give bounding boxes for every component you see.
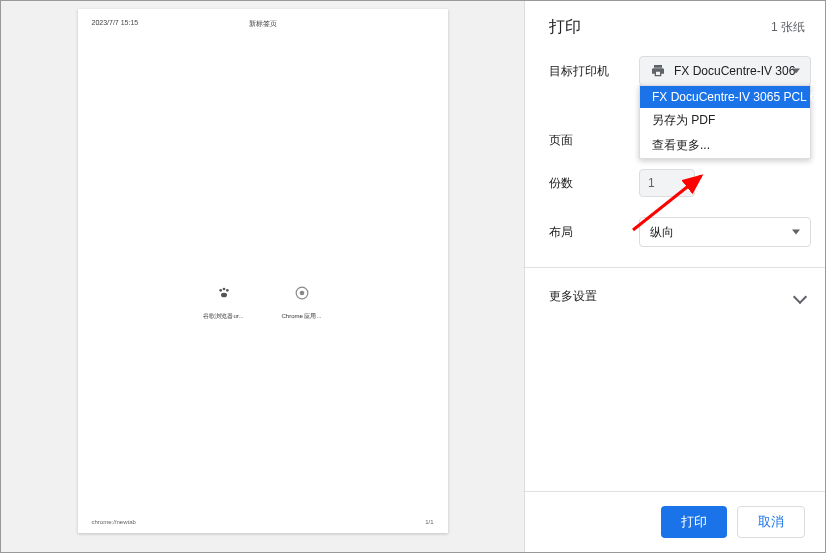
sheet-count: 1 张纸 — [771, 19, 805, 36]
copies-value: 1 — [648, 176, 655, 190]
caret-down-icon — [792, 230, 800, 235]
caret-down-icon — [792, 69, 800, 74]
copies-label: 份数 — [549, 175, 639, 192]
dropdown-option-fx[interactable]: FX DocuCentre-IV 3065 PCL 6 — [640, 86, 810, 108]
svg-point-3 — [221, 293, 227, 298]
layout-label: 布局 — [549, 224, 639, 241]
destination-dropdown: FX DocuCentre-IV 3065 PCL 6 另存为 PDF 查看更多… — [639, 85, 811, 159]
dropdown-option-more[interactable]: 查看更多... — [640, 133, 810, 158]
more-settings-label: 更多设置 — [549, 288, 597, 305]
preview-tab-title: 新标签页 — [249, 19, 277, 29]
print-preview-pane: 2023/7/7 15:15 新标签页 谷歌浏览器ur... Chrome 应用… — [1, 1, 525, 552]
more-settings-toggle[interactable]: 更多设置 — [549, 268, 811, 325]
preview-page: 2023/7/7 15:15 新标签页 谷歌浏览器ur... Chrome 应用… — [78, 9, 448, 533]
svg-point-1 — [222, 288, 225, 291]
printer-icon — [650, 63, 666, 79]
paw-icon — [215, 284, 233, 302]
preview-app-item: Chrome 应用... — [277, 284, 327, 321]
svg-point-5 — [299, 291, 304, 296]
destination-select[interactable]: FX DocuCentre-IV 306 — [639, 56, 811, 86]
copies-input[interactable]: 1 — [639, 169, 695, 197]
layout-value: 纵向 — [650, 224, 674, 241]
layout-select[interactable]: 纵向 — [639, 217, 811, 247]
print-settings-pane: 打印 1 张纸 目标打印机 FX DocuCentre-IV 306 FX Do… — [525, 1, 825, 552]
cancel-button[interactable]: 取消 — [737, 506, 805, 538]
print-button[interactable]: 打印 — [661, 506, 727, 538]
panel-title: 打印 — [549, 17, 581, 38]
pages-label: 页面 — [549, 132, 639, 149]
chrome-icon — [293, 284, 311, 302]
svg-point-0 — [219, 289, 222, 292]
preview-timestamp: 2023/7/7 15:15 — [92, 19, 139, 26]
preview-app-label: Chrome 应用... — [277, 312, 327, 321]
dropdown-option-pdf[interactable]: 另存为 PDF — [640, 108, 810, 133]
preview-footer-url: chrome://newtab — [92, 519, 136, 525]
svg-point-2 — [226, 289, 229, 292]
destination-label: 目标打印机 — [549, 63, 639, 80]
preview-app-item: 谷歌浏览器ur... — [199, 284, 249, 321]
preview-app-label: 谷歌浏览器ur... — [199, 312, 249, 321]
chevron-down-icon — [793, 289, 807, 303]
destination-selected-value: FX DocuCentre-IV 306 — [674, 64, 795, 78]
preview-page-number: 1/1 — [425, 519, 433, 525]
